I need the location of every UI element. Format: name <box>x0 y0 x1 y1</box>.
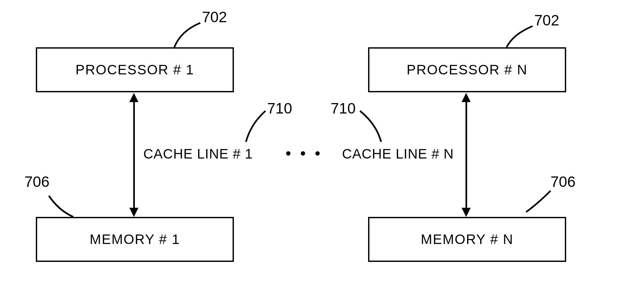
processor-1-box: PROCESSOR # 1 <box>36 47 234 92</box>
memory-1-box: MEMORY # 1 <box>36 217 234 262</box>
ref-mem1: 706 <box>24 173 50 190</box>
processor-n-box: PROCESSOR # N <box>368 47 566 92</box>
cache-line-n-label: CACHE LINE # N <box>342 146 454 162</box>
ref-cacheN: 710 <box>331 99 356 117</box>
processor-n-label: PROCESSOR # N <box>407 62 527 78</box>
cache-line-1-label: CACHE LINE # 1 <box>143 146 253 162</box>
memory-1-label: MEMORY # 1 <box>90 232 180 247</box>
memory-n-label: MEMORY # N <box>421 232 514 247</box>
ref-procN: 702 <box>534 11 559 29</box>
ref-cache1: 710 <box>267 99 292 117</box>
ellipsis: • • • <box>286 144 323 162</box>
diagram-root: 702 702 710 710 706 706 PROCESSOR # 1 PR… <box>0 0 644 303</box>
ref-memN: 706 <box>551 173 576 190</box>
processor-1-label: PROCESSOR # 1 <box>76 62 194 78</box>
ref-proc1: 702 <box>202 8 227 26</box>
memory-n-box: MEMORY # N <box>368 217 566 262</box>
